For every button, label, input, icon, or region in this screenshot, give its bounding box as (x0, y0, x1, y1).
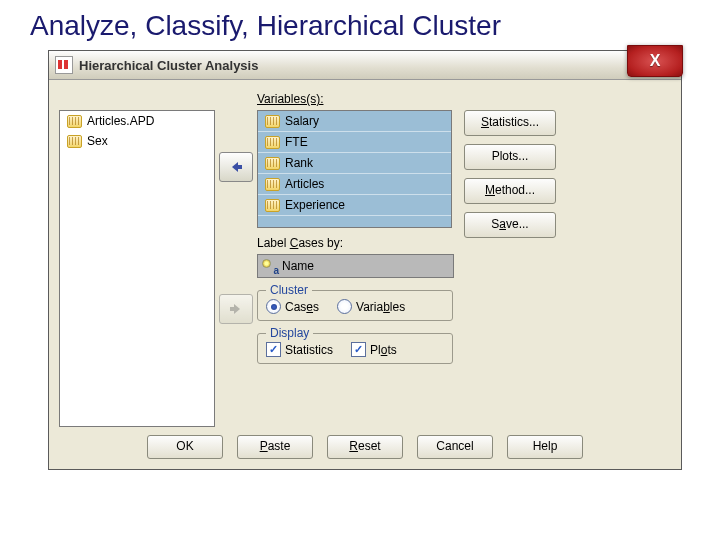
scale-icon (66, 114, 82, 128)
save-button[interactable]: Save... (464, 212, 556, 238)
scale-icon (264, 198, 280, 212)
variables-label: Variables(s): (257, 92, 454, 108)
available-variables-list[interactable]: Articles.APD Sex (59, 110, 215, 427)
svg-rect-1 (230, 307, 235, 311)
var-label: Rank (285, 156, 313, 170)
arrow-left-icon (228, 160, 244, 174)
ok-button[interactable]: OK (147, 435, 223, 459)
app-icon (55, 56, 73, 74)
var-label: Sex (87, 134, 108, 148)
scale-icon (264, 156, 280, 170)
dialog-window: Hierarchical Cluster Analysis X Articles… (48, 50, 682, 470)
dialog-body: Articles.APD Sex (49, 80, 681, 469)
radio-cases[interactable]: Cases (266, 299, 319, 314)
arrow-right-icon (228, 302, 244, 316)
plots-button[interactable]: Plots... (464, 144, 556, 170)
scale-icon (264, 114, 280, 128)
selected-variables-list[interactable]: Salary FTE Rank Articles (257, 110, 452, 228)
radio-variables[interactable]: Variables (337, 299, 405, 314)
help-button[interactable]: Help (507, 435, 583, 459)
display-group: Display Statistics Plots (257, 333, 453, 364)
radio-icon (337, 299, 352, 314)
list-item[interactable]: Articles (258, 174, 451, 195)
statistics-button[interactable]: Statistics... (464, 110, 556, 136)
var-label: Experience (285, 198, 345, 212)
label-cases-label: Label Cases by: (257, 236, 454, 252)
var-label: Articles.APD (87, 114, 154, 128)
move-to-variables-button[interactable] (219, 152, 253, 182)
var-label: FTE (285, 135, 308, 149)
checkbox-icon (351, 342, 366, 357)
list-item[interactable]: Experience (258, 195, 451, 216)
group-title: Display (266, 326, 313, 340)
method-button[interactable]: Method... (464, 178, 556, 204)
checkbox-statistics[interactable]: Statistics (266, 342, 333, 357)
label-cases-value: Name (282, 259, 314, 273)
move-to-label-button[interactable] (219, 294, 253, 324)
group-title: Cluster (266, 283, 312, 297)
titlebar: Hierarchical Cluster Analysis X (49, 51, 681, 80)
close-button[interactable]: X (627, 45, 683, 77)
cancel-button[interactable]: Cancel (417, 435, 493, 459)
list-item[interactable]: Rank (258, 153, 451, 174)
dialog-button-row: OK Paste Reset Cancel Help (59, 427, 671, 463)
scale-icon (66, 134, 82, 148)
slide-title: Analyze, Classify, Hierarchical Cluster (0, 0, 720, 50)
cluster-group: Cluster Cases Variables (257, 290, 453, 321)
list-item[interactable]: Sex (60, 131, 214, 151)
list-item[interactable]: Articles.APD (60, 111, 214, 131)
list-item[interactable]: FTE (258, 132, 451, 153)
checkbox-plots[interactable]: Plots (351, 342, 397, 357)
close-icon: X (650, 52, 661, 70)
list-item[interactable]: Salary (258, 111, 451, 132)
label-cases-field[interactable]: Name (257, 254, 454, 278)
window-title: Hierarchical Cluster Analysis (79, 58, 258, 73)
radio-icon (266, 299, 281, 314)
paste-button[interactable]: Paste (237, 435, 313, 459)
scale-icon (264, 177, 280, 191)
scale-icon (264, 135, 280, 149)
reset-button[interactable]: Reset (327, 435, 403, 459)
var-label: Articles (285, 177, 324, 191)
var-label: Salary (285, 114, 319, 128)
nominal-icon (262, 259, 278, 273)
checkbox-icon (266, 342, 281, 357)
svg-rect-0 (237, 165, 242, 169)
